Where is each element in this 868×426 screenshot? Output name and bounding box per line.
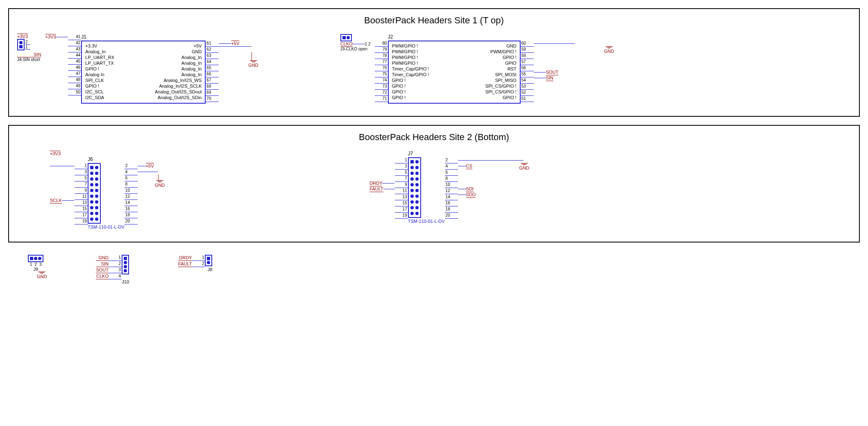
j2-refdes: J2 xyxy=(388,34,521,40)
j7-cluster: DRDY FAULT 1 3 5 7 9 11 13 15 17 19 J7 xyxy=(369,151,529,229)
j1-left-pins: 41 42 43 44 45 46 47 48 49 50 xyxy=(68,34,81,95)
j3-note: J3-CLKO open xyxy=(340,47,367,51)
net-sout: SOUT xyxy=(546,69,559,75)
j7-part: TSM-110-01-L-DV xyxy=(408,219,445,224)
j6-part: TSM-110-01-L-DV xyxy=(88,224,125,229)
net-clko: CLKO xyxy=(340,41,353,47)
j10-box xyxy=(122,255,129,274)
net-5v-j1: +5V xyxy=(231,41,239,46)
j7-refdes: J7 xyxy=(408,151,445,156)
net-3v3-j1: +3V3 xyxy=(45,34,56,39)
j4-note: J4-SIN short xyxy=(17,57,40,62)
j8-refdes: J8 xyxy=(208,267,213,272)
site1-title: BoosterPack Headers Site 1 (T op) xyxy=(17,15,851,26)
j8-cluster: DRDY FAULT 1 2 J8 xyxy=(178,255,212,272)
j10-refdes: J10 xyxy=(122,279,129,284)
j1-right-pins: 61 62 63 64 65 66 67 68 69 70 xyxy=(206,41,219,102)
j2-right-pins: 60 59 58 57 56 55 54 53 52 51 xyxy=(521,41,534,102)
site1-frame: BoosterPack Headers Site 1 (T op) +3V3 2… xyxy=(8,8,860,117)
j8-box xyxy=(205,255,212,266)
net-3v3-j6: +3V3 xyxy=(50,151,61,156)
site2-title: BoosterPack Headers Site 2 (Bottom) xyxy=(17,132,851,143)
site1-right-cluster: CLKO 1 2 J3-CLKO open 80 79 78 77 76 75 … xyxy=(340,34,614,104)
net-sin: SIN xyxy=(17,52,41,57)
net-sin-j2: SIN xyxy=(546,75,553,81)
net-5v-j6: +5V xyxy=(146,163,154,169)
j1-refdes: J1 xyxy=(81,34,206,40)
net-fault: FAULT xyxy=(369,186,383,192)
site1-left-cluster: +3V3 2 1 SIN J4-SIN short xyxy=(17,34,258,104)
net-sdo: SDO xyxy=(466,192,476,198)
net-cs: CS xyxy=(466,163,472,169)
j6-box xyxy=(88,163,101,224)
gnd-symbol-j2: GND xyxy=(604,46,614,54)
j2-left-pins: 80 79 78 77 76 75 74 73 72 71 xyxy=(375,41,388,102)
j7-box xyxy=(408,157,421,218)
net-sclk: SCLK xyxy=(50,197,62,204)
net-3v3: +3V3 xyxy=(17,34,28,39)
j10-cluster: GND SIN SOUT CLKO 1 2 3 4 J10 xyxy=(96,255,129,284)
site2-frame: BoosterPack Headers Site 2 (Bottom) +3V3… xyxy=(8,125,860,242)
j1-box: +3.3V Analog_In LP_UART_RX LP_UART_TX GP… xyxy=(81,41,206,104)
gnd-symbol-j1: GND xyxy=(248,60,258,68)
j9-cluster: 1 2 3 J9 GND xyxy=(25,255,47,279)
gnd-symbol-j7: GND xyxy=(519,163,529,171)
j4-connector xyxy=(17,39,25,50)
gnd-symbol-j6: GND xyxy=(155,180,165,188)
j6-cluster: +3V3 SCLK 1 3 5 7 9 11 13 xyxy=(50,151,165,229)
j9-refdes: J9 xyxy=(33,267,38,272)
j2-box: PWM/GPIO ! PWM/GPIO ! PWM/GPIO ! PWM/GPI… xyxy=(388,41,521,104)
j3-connector xyxy=(340,34,352,41)
gnd-symbol-j9: GND xyxy=(37,272,47,279)
j9-box xyxy=(28,255,43,262)
net-drdy: DRDY xyxy=(369,180,382,186)
net-sdi: SDI xyxy=(466,186,474,192)
floor-connectors: 1 2 3 J9 GND GND SIN SOUT CLKO 1 2 3 4 xyxy=(8,255,860,284)
j6-refdes: J6 xyxy=(88,156,125,162)
